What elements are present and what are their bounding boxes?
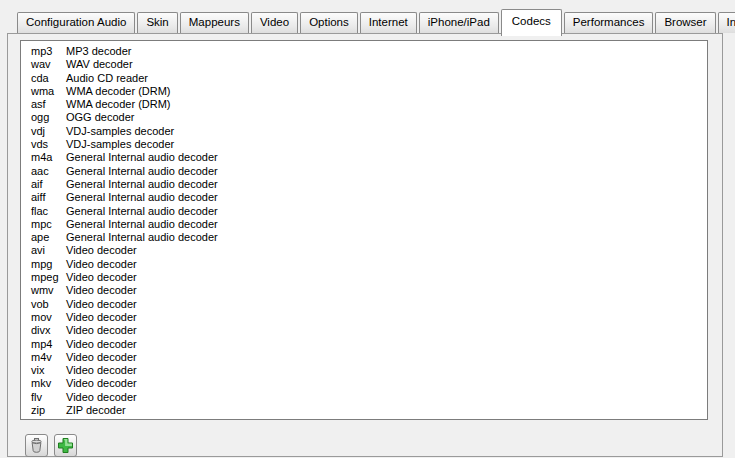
codec-extension: divx [31,324,66,337]
tab-label: Internet [369,17,408,29]
codec-extension: ape [31,231,66,244]
codec-extension: ogg [31,111,66,124]
tab-label: Performances [573,17,645,29]
codec-description: OGG decoder [66,111,707,124]
codec-list-item[interactable]: wma WMA decoder (DRM) [31,85,707,98]
codec-description: WMA decoder (DRM) [66,85,707,98]
codec-list-item[interactable]: mpc General Internal audio decoder [31,218,707,231]
codec-list-item[interactable]: vob Video decoder [31,298,707,311]
codec-description: MP3 decoder [66,45,707,58]
codec-list-item[interactable]: m4v Video decoder [31,351,707,364]
codec-list-item[interactable]: avi Video decoder [31,244,707,257]
codec-extension: m4a [31,151,66,164]
tab-label: Mappeurs [189,17,240,29]
codec-description: WMA decoder (DRM) [66,98,707,111]
add-icon [57,437,74,454]
codec-extension: wmv [31,284,66,297]
codec-description: ZIP decoder [66,404,707,417]
codec-extension: wma [31,85,66,98]
tab-bar: Configuration Audio Skin Mappeurs Video … [17,9,735,33]
codec-list-item[interactable]: flac General Internal audio decoder [31,205,707,218]
codec-description: General Internal audio decoder [66,218,707,231]
codec-description: VDJ-samples decoder [66,138,707,151]
codec-description: Video decoder [66,391,707,404]
tab-skin[interactable]: Skin [137,12,177,33]
codec-extension: flv [31,391,66,404]
codec-description: Audio CD reader [66,72,707,85]
codec-list-item[interactable]: flv Video decoder [31,391,707,404]
codec-description: Video decoder [66,351,707,364]
codec-list-item[interactable]: vdj VDJ-samples decoder [31,125,707,138]
codec-description: VDJ-samples decoder [66,125,707,138]
tab-options[interactable]: Options [300,12,358,33]
codec-description: General Internal audio decoder [66,151,707,164]
codec-list-item[interactable]: mp4 Video decoder [31,338,707,351]
codec-description: Video decoder [66,244,707,257]
codec-extension: aif [31,178,66,191]
codec-description: Video decoder [66,298,707,311]
tab-infos[interactable]: Infos [718,12,735,33]
codec-list-item[interactable]: ogg OGG decoder [31,111,707,124]
codec-list-item[interactable]: vds VDJ-samples decoder [31,138,707,151]
codec-list-item[interactable]: mpeg Video decoder [31,271,707,284]
codec-list-item[interactable]: mpg Video decoder [31,258,707,271]
tab-label: Codecs [512,16,551,28]
codec-list: mp3 MP3 decoder wav WAV decoder cda Audi… [20,40,708,420]
codec-list-item[interactable]: divx Video decoder [31,324,707,337]
codec-extension: avi [31,244,66,257]
tab-browser[interactable]: Browser [655,12,715,33]
codecs-settings-dialog: Configuration Audio Skin Mappeurs Video … [0,0,735,458]
tab-label: Options [309,17,349,29]
codec-description: Video decoder [66,338,707,351]
codec-extension: vds [31,138,66,151]
codec-list-item[interactable]: mov Video decoder [31,311,707,324]
codec-extension: aac [31,165,66,178]
codec-list-item[interactable]: aif General Internal audio decoder [31,178,707,191]
codec-list-item[interactable]: aiff General Internal audio decoder [31,191,707,204]
codec-list-item[interactable]: wav WAV decoder [31,58,707,71]
trash-icon [28,437,45,454]
codec-extension: aiff [31,191,66,204]
tab-label: Video [260,17,289,29]
codec-list-item[interactable]: zip ZIP decoder [31,404,707,417]
tab-internet[interactable]: Internet [360,12,417,33]
codec-description: Video decoder [66,271,707,284]
codec-extension: flac [31,205,66,218]
codec-extension: mpc [31,218,66,231]
codec-extension: m4v [31,351,66,364]
tab-iphone-ipad[interactable]: iPhone/iPad [419,12,499,33]
codec-list-item[interactable]: aac General Internal audio decoder [31,165,707,178]
codec-extension: zip [31,404,66,417]
codec-list-item[interactable]: mkv Video decoder [31,377,707,390]
codec-description: Video decoder [66,258,707,271]
codec-list-item[interactable]: cda Audio CD reader [31,72,707,85]
tab-video[interactable]: Video [251,12,298,33]
tab-performances[interactable]: Performances [564,12,654,33]
codec-description: Video decoder [66,377,707,390]
tab-configuration-audio[interactable]: Configuration Audio [17,12,135,33]
tab-label: Configuration Audio [26,17,126,29]
codec-description: Video decoder [66,284,707,297]
codec-list-item[interactable]: m4a General Internal audio decoder [31,151,707,164]
codec-description: General Internal audio decoder [66,165,707,178]
codec-list-item[interactable]: ape General Internal audio decoder [31,231,707,244]
codec-extension: vix [31,364,66,377]
codec-description: General Internal audio decoder [66,231,707,244]
codec-extension: cda [31,72,66,85]
codec-extension: asf [31,98,66,111]
tab-codecs[interactable]: Codecs [501,9,562,36]
codec-list-item[interactable]: wmv Video decoder [31,284,707,297]
codec-list-item[interactable]: mp3 MP3 decoder [31,45,707,58]
add-codec-button[interactable] [54,434,77,457]
codec-description: Video decoder [66,324,707,337]
codec-list-item[interactable]: asf WMA decoder (DRM) [31,98,707,111]
delete-codec-button[interactable] [25,434,48,457]
codec-extension: vob [31,298,66,311]
codec-extension: vdj [31,125,66,138]
tab-mappeurs[interactable]: Mappeurs [180,12,249,33]
codec-extension: mpg [31,258,66,271]
codec-description: Video decoder [66,364,707,377]
codec-list-item[interactable]: vix Video decoder [31,364,707,377]
codec-description: WAV decoder [66,58,707,71]
codec-extension: mp4 [31,338,66,351]
